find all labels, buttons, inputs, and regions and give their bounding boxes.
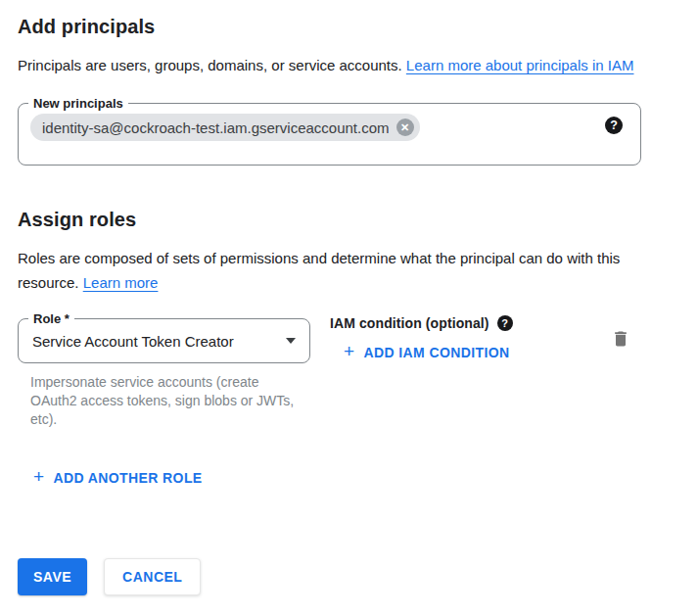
- role-column: Role * Service Account Token Creator Imp…: [18, 318, 310, 429]
- role-helper-text: Impersonate service accounts (create OAu…: [30, 373, 306, 429]
- iam-condition-label: IAM condition (optional): [330, 315, 489, 331]
- iam-condition-column: IAM condition (optional) ? + ADD IAM CON…: [330, 318, 609, 362]
- plus-icon: +: [33, 467, 45, 486]
- principals-description-text: Principals are users, groups, domains, o…: [18, 57, 402, 73]
- learn-more-principals-link[interactable]: Learn more about principals in IAM: [406, 57, 634, 73]
- iam-condition-help-icon[interactable]: ?: [497, 315, 513, 331]
- cancel-button[interactable]: CANCEL: [104, 558, 201, 595]
- new-principals-field[interactable]: New principals identity-sa@cockroach-tes…: [18, 103, 641, 166]
- learn-more-roles-link[interactable]: Learn more: [83, 274, 159, 291]
- dialog-actions: SAVE CANCEL: [18, 558, 201, 595]
- new-principals-label: New principals: [28, 95, 128, 112]
- add-iam-condition-label: ADD IAM CONDITION: [364, 345, 510, 360]
- role-label: Role *: [28, 310, 74, 327]
- principal-chip-text: identity-sa@cockroach-test.iam.gservicea…: [42, 119, 390, 136]
- principals-description: Principals are users, groups, domains, o…: [18, 53, 659, 77]
- add-iam-condition-button[interactable]: + ADD IAM CONDITION: [344, 343, 510, 361]
- add-another-role-button[interactable]: + ADD ANOTHER ROLE: [33, 468, 203, 487]
- page-title: Add principals: [18, 16, 680, 38]
- plus-icon: +: [344, 342, 355, 360]
- new-principals-help-icon[interactable]: ?: [605, 117, 623, 134]
- chip-remove-icon[interactable]: ✕: [396, 118, 414, 136]
- iam-condition-header: IAM condition (optional) ?: [330, 315, 609, 331]
- add-another-role-label: ADD ANOTHER ROLE: [54, 470, 203, 486]
- role-select[interactable]: Role * Service Account Token Creator: [18, 318, 310, 363]
- assign-roles-description: Roles are composed of sets of permission…: [18, 246, 659, 295]
- trash-icon: [611, 328, 630, 350]
- save-button[interactable]: SAVE: [18, 558, 87, 595]
- assign-roles-title: Assign roles: [18, 209, 680, 231]
- dropdown-arrow-icon: [286, 338, 296, 344]
- role-row: Role * Service Account Token Creator Imp…: [18, 318, 641, 429]
- role-selected-value: Service Account Token Creator: [32, 333, 278, 350]
- add-principals-panel: Add principals Principals are users, gro…: [0, 0, 698, 488]
- principal-chip[interactable]: identity-sa@cockroach-test.iam.gservicea…: [30, 114, 420, 141]
- delete-role-button[interactable]: [609, 326, 632, 355]
